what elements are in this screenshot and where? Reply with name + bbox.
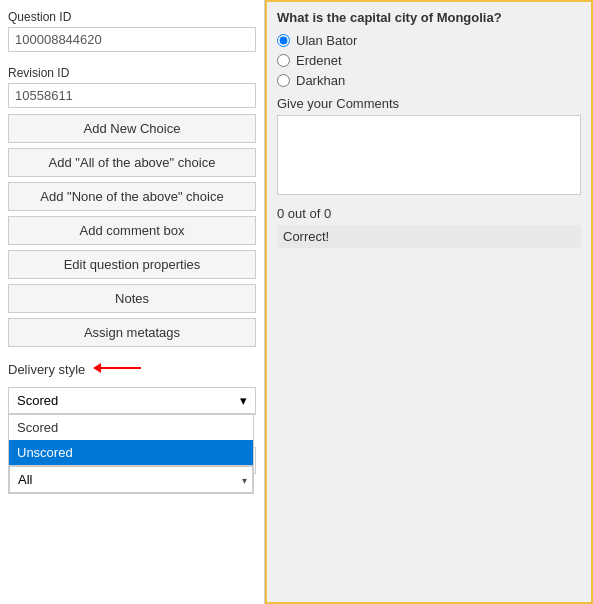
delivery-style-options: Scored Unscored All ▾ (8, 414, 254, 494)
add-comment-box-button[interactable]: Add comment box (8, 216, 256, 245)
radio-erdenet[interactable] (277, 54, 290, 67)
comments-label: Give your Comments (277, 96, 581, 111)
notes-button[interactable]: Notes (8, 284, 256, 313)
assign-metatags-button[interactable]: Assign metatags (8, 318, 256, 347)
delivery-option-unscored[interactable]: Unscored (9, 440, 253, 465)
delivery-style-label: Delivery style (8, 357, 256, 382)
left-panel: Question ID Revision ID Add New Choice A… (0, 0, 265, 604)
radio-ulan-bator[interactable] (277, 34, 290, 47)
delivery-option-scored[interactable]: Scored (9, 415, 253, 440)
delivery-all-wrapper: All ▾ (9, 466, 253, 493)
question-id-label: Question ID (8, 10, 256, 24)
chevron-down-icon: ▾ (240, 393, 247, 408)
comments-textarea[interactable] (277, 115, 581, 195)
delivery-style-trigger[interactable]: Scored ▾ (9, 388, 255, 414)
question-id-input[interactable] (8, 27, 256, 52)
option-label-erdenet: Erdenet (296, 53, 342, 68)
delivery-all-select[interactable]: All (9, 466, 253, 493)
add-none-above-button[interactable]: Add "None of the above" choice (8, 182, 256, 211)
edit-question-button[interactable]: Edit question properties (8, 250, 256, 279)
revision-id-label: Revision ID (8, 66, 256, 80)
arrow-icon (91, 357, 151, 382)
question-text: What is the capital city of Mongolia? (277, 10, 581, 25)
add-all-above-button[interactable]: Add "All of the above" choice (8, 148, 256, 177)
score-line: 0 out of 0 (277, 206, 581, 221)
delivery-style-section: Delivery style Scored ▾ Scored Unscored (8, 357, 256, 415)
option-label-ulan-bator: Ulan Bator (296, 33, 357, 48)
radio-option-2[interactable]: Erdenet (277, 53, 581, 68)
revision-id-input[interactable] (8, 83, 256, 108)
add-new-choice-button[interactable]: Add New Choice (8, 114, 256, 143)
option-label-darkhan: Darkhan (296, 73, 345, 88)
correct-line: Correct! (277, 225, 581, 248)
delivery-style-dropdown[interactable]: Scored ▾ Scored Unscored All ▾ (8, 387, 256, 415)
right-panel: What is the capital city of Mongolia? Ul… (265, 0, 593, 604)
radio-option-3[interactable]: Darkhan (277, 73, 581, 88)
radio-darkhan[interactable] (277, 74, 290, 87)
radio-option-1[interactable]: Ulan Bator (277, 33, 581, 48)
svg-marker-1 (93, 363, 101, 373)
